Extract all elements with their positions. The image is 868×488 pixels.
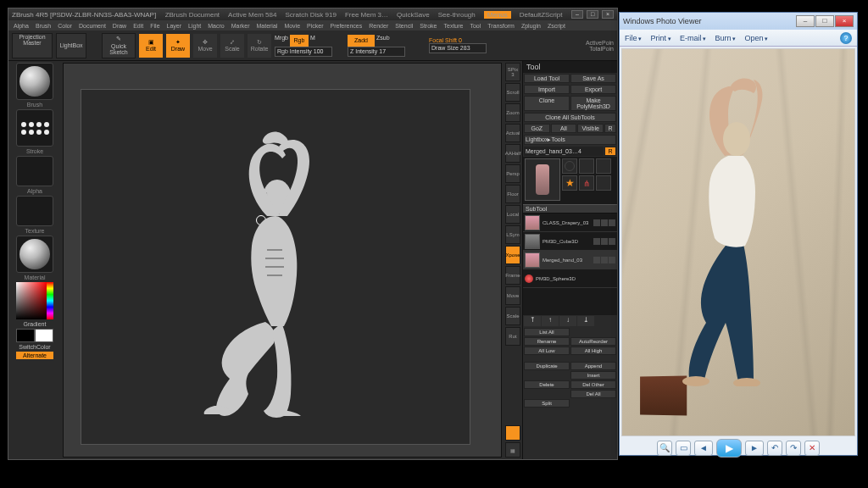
gradient-label[interactable]: Gradient [10,321,59,327]
zoom-button[interactable]: Zoom [505,103,520,122]
delete-button[interactable]: Delete [524,380,570,389]
rotate-mode-button[interactable]: ↻Rotate [248,34,271,58]
taskbar[interactable] [0,471,868,488]
focal-shift-slider[interactable]: Focal Shift 0 [429,37,487,43]
split-button[interactable]: Split [524,399,570,408]
wpv-menu-open[interactable]: Open [744,34,768,42]
subtool-item[interactable]: CLASS_Drapery_03 [523,214,617,232]
white-swatch[interactable] [35,329,53,342]
delall-button[interactable]: Del All [570,390,616,398]
nav-rot-button[interactable]: Rot [505,327,520,346]
wpv-image-area[interactable] [621,48,855,436]
menu-item[interactable]: Texture [443,23,463,29]
draw-mode-button[interactable]: ✦Draw [166,34,190,58]
move-down-button[interactable]: ↓ [559,316,576,326]
menu-item[interactable]: Draw [113,23,126,29]
maximize-button[interactable]: □ [587,10,598,19]
wpv-close-button[interactable]: × [835,15,854,27]
rotate-cw-button[interactable]: ↷ [786,441,801,456]
local-button[interactable]: Local [505,205,520,224]
delete-button[interactable]: ✕ [804,441,820,456]
menu-item[interactable]: Document [79,23,106,29]
current-tool[interactable]: Merged_hand_03…4 [524,147,604,156]
persp-button[interactable]: Persp [505,164,520,183]
material-quick-icon[interactable] [505,425,520,441]
lightbox-tools-button[interactable]: Lightbox▸Tools [524,135,616,145]
load-tool-button[interactable]: Load Tool [524,74,570,83]
quickpick-extract[interactable]: ⋔ [579,175,594,191]
spix-button[interactable]: SPix 3 [505,63,520,81]
menu-item[interactable]: Marker [231,23,250,29]
allhigh-button[interactable]: All High [570,347,616,355]
menu-item[interactable]: Stroke [420,23,437,29]
append-button[interactable]: Append [570,362,616,370]
z-intensity-slider[interactable]: Z Intensity 17 [348,47,405,57]
quickpick-cylinder[interactable] [562,158,577,174]
nav-move-button[interactable]: Move [505,286,520,305]
actual-button[interactable]: Actual [505,124,520,142]
m-button[interactable]: M [310,35,315,47]
lightbox-button[interactable]: LightBox [56,33,86,58]
slideshow-button[interactable]: ▶ [716,439,742,458]
menus-toggle[interactable]: Menus [484,11,511,19]
black-swatch[interactable] [16,329,35,342]
texture-slot[interactable] [16,196,53,226]
make-polymesh-button[interactable]: Make PolyMesh3D [570,96,616,111]
canvas[interactable] [63,63,502,458]
menu-item[interactable]: Zscript [548,23,565,29]
quickpick-item[interactable] [579,158,594,174]
move-up-button[interactable]: ↑ [542,316,559,326]
goz-button[interactable]: GoZ [524,124,550,133]
fit-button[interactable]: ▭ [676,441,691,456]
menu-item[interactable]: Layer [167,23,182,29]
goz-visible-button[interactable]: Visible [577,124,604,133]
hue-slider[interactable] [47,282,53,319]
menu-item[interactable]: Brush [36,23,51,29]
subtool-vis-icons[interactable] [593,238,615,245]
insert-button[interactable]: Insert [570,371,616,380]
prev-button[interactable]: ◄ [694,441,713,456]
rgb-intensity-slider[interactable]: Rgb Intensity 100 [275,47,332,57]
menu-item[interactable]: Macro [208,23,224,29]
subtool-vis-icons[interactable] [593,257,615,263]
wpv-menu-email[interactable]: E-mail [680,34,706,42]
autoreorder-button[interactable]: AutoReorder [570,337,616,346]
zadd-button[interactable]: Zadd [348,35,375,47]
wpv-menu-burn[interactable]: Burn [715,34,736,42]
wpv-minimize-button[interactable]: – [796,15,815,27]
menu-item[interactable]: Render [369,23,388,29]
alllow-button[interactable]: All Low [524,347,570,355]
quicksave[interactable]: QuickSave [397,11,430,19]
clone-all-button[interactable]: Clone All SubTools [524,113,616,122]
clone-button[interactable]: Clone [524,96,570,111]
goz-r-button[interactable]: R [604,124,616,133]
menu-item[interactable]: Material [256,23,277,29]
sv-picker[interactable] [16,282,47,319]
menu-item[interactable]: Preferences [331,23,363,29]
quick-sketch-button[interactable]: ✎ Quick Sketch [102,33,136,58]
seethrough[interactable]: See-through [438,11,476,19]
aahalf-button[interactable]: AAHalf [505,144,520,163]
menu-item[interactable]: Zplugin [521,23,541,29]
nav-scale-button[interactable]: Scale [505,307,520,325]
stroke-slot[interactable] [16,109,53,147]
minimize-button[interactable]: – [571,10,583,19]
quickpick-item[interactable] [596,158,611,174]
document[interactable] [81,89,470,445]
wpv-maximize-button[interactable]: □ [815,15,834,27]
close-button[interactable]: × [602,10,614,19]
menu-item[interactable]: Movie [284,23,300,29]
goz-all-button[interactable]: All [551,124,577,133]
xpose-button[interactable]: Xpose [505,246,520,264]
draw-size-slider[interactable]: Draw Size 283 [429,43,487,53]
scroll-button[interactable]: Scroll [505,83,520,102]
subtool-vis-icons[interactable] [593,219,615,226]
listall-button[interactable]: List All [524,328,570,336]
import-button[interactable]: Import [524,85,570,94]
rename-button[interactable]: Rename [524,337,570,346]
rotate-ccw-button[interactable]: ↶ [767,441,782,456]
floor-button[interactable]: Floor [505,185,520,203]
projection-master-button[interactable]: Projection Master [12,33,53,58]
subtool-item-active[interactable]: Merged_hand_03 [523,251,617,269]
menu-item[interactable]: Picker [307,23,323,29]
